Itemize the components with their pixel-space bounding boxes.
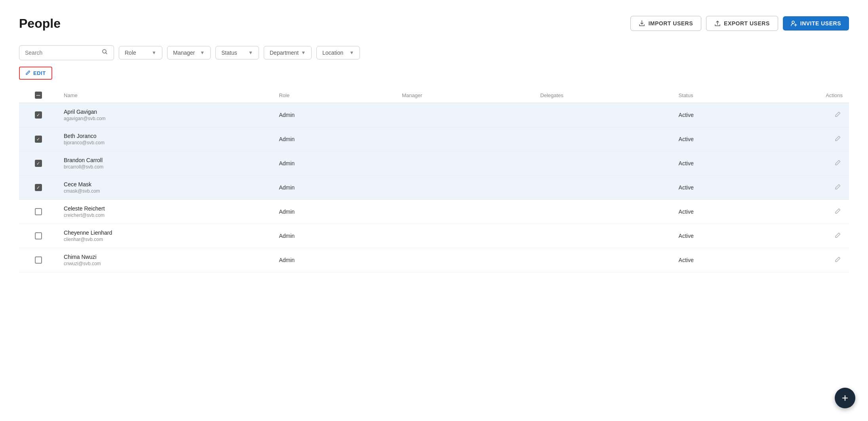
- user-role-cell: Admin: [272, 176, 396, 200]
- user-status-cell: Active: [672, 103, 772, 127]
- user-delegates-cell: [534, 200, 672, 224]
- user-name: Cece Mask: [64, 181, 266, 188]
- page-container: People IMPORT USERS EXPORT USERS: [0, 0, 868, 288]
- chevron-down-icon: ▼: [200, 50, 205, 55]
- row-checkbox[interactable]: [35, 184, 42, 191]
- user-manager-cell: [396, 176, 534, 200]
- search-input[interactable]: [25, 50, 100, 56]
- user-name-cell: Cece Mask cmask@svb.com: [57, 176, 272, 200]
- chevron-down-icon: ▼: [248, 50, 253, 55]
- import-users-button[interactable]: IMPORT USERS: [630, 16, 701, 31]
- user-name: Chima Nwuzi: [64, 254, 266, 260]
- user-name: April Gavigan: [64, 109, 266, 115]
- row-checkbox[interactable]: [35, 232, 42, 239]
- user-role-cell: Admin: [272, 224, 396, 248]
- user-name-cell: Beth Joranco bjoranco@svb.com: [57, 127, 272, 151]
- col-header-name: Name: [57, 88, 272, 103]
- department-filter[interactable]: Department ▼: [264, 46, 312, 59]
- table-row: Chima Nwuzi cnwuzi@svb.com Admin Active: [19, 248, 849, 272]
- user-status-cell: Active: [672, 151, 772, 176]
- user-status-cell: Active: [672, 176, 772, 200]
- table-row: Beth Joranco bjoranco@svb.com Admin Acti…: [19, 127, 849, 151]
- user-email: agavigan@svb.com: [64, 116, 266, 121]
- user-actions-cell: [772, 151, 849, 176]
- row-checkbox[interactable]: [35, 160, 42, 167]
- user-email: brcarroll@svb.com: [64, 164, 266, 170]
- edit-user-button[interactable]: [833, 230, 843, 241]
- user-actions-cell: [772, 103, 849, 127]
- user-actions-cell: [772, 127, 849, 151]
- table-row: Celeste Reichert creichert@svb.com Admin…: [19, 200, 849, 224]
- page-title: People: [19, 16, 61, 31]
- user-delegates-cell: [534, 224, 672, 248]
- edit-user-button[interactable]: [833, 109, 843, 121]
- user-manager-cell: [396, 151, 534, 176]
- invite-icon: [791, 20, 797, 27]
- user-email: cmask@svb.com: [64, 188, 266, 194]
- export-users-button[interactable]: EXPORT USERS: [706, 16, 778, 31]
- user-role-cell: Admin: [272, 248, 396, 272]
- table-row: Cheyenne Lienhard clienhar@svb.com Admin…: [19, 224, 849, 248]
- user-name: Beth Joranco: [64, 133, 266, 139]
- user-email: clienhar@svb.com: [64, 237, 266, 242]
- user-manager-cell: [396, 200, 534, 224]
- user-name: Brandon Carroll: [64, 157, 266, 163]
- user-delegates-cell: [534, 127, 672, 151]
- header-actions: IMPORT USERS EXPORT USERS INVITE USERS: [630, 16, 849, 31]
- user-delegates-cell: [534, 151, 672, 176]
- user-email: bjoranco@svb.com: [64, 140, 266, 145]
- user-role-cell: Admin: [272, 127, 396, 151]
- col-header-delegates: Delegates: [534, 88, 672, 103]
- manager-filter[interactable]: Manager ▼: [167, 46, 211, 59]
- row-checkbox[interactable]: [35, 111, 42, 119]
- row-checkbox[interactable]: [35, 136, 42, 143]
- role-filter[interactable]: Role ▼: [119, 46, 162, 59]
- status-filter[interactable]: Status ▼: [215, 46, 259, 59]
- user-email: cnwuzi@svb.com: [64, 261, 266, 266]
- user-status-cell: Active: [672, 224, 772, 248]
- user-name: Celeste Reichert: [64, 205, 266, 212]
- edit-user-button[interactable]: [833, 206, 843, 217]
- edit-user-button[interactable]: [833, 182, 843, 193]
- user-role-cell: Admin: [272, 151, 396, 176]
- users-table: Name Role Manager Delegates Status Actio…: [19, 88, 849, 272]
- user-actions-cell: [772, 200, 849, 224]
- user-status-cell: Active: [672, 127, 772, 151]
- row-checkbox[interactable]: [35, 256, 42, 264]
- user-manager-cell: [396, 127, 534, 151]
- filters-row: Role ▼ Manager ▼ Status ▼ Department ▼ L…: [19, 45, 849, 60]
- search-icon: [102, 49, 108, 57]
- location-filter[interactable]: Location ▼: [316, 46, 360, 59]
- user-status-cell: Active: [672, 200, 772, 224]
- col-header-manager: Manager: [396, 88, 534, 103]
- user-status-cell: Active: [672, 248, 772, 272]
- user-role-cell: Admin: [272, 200, 396, 224]
- col-header-actions: Actions: [772, 88, 849, 103]
- user-manager-cell: [396, 224, 534, 248]
- table-row: Brandon Carroll brcarroll@svb.com Admin …: [19, 151, 849, 176]
- pencil-icon: [25, 70, 31, 77]
- user-actions-cell: [772, 176, 849, 200]
- user-delegates-cell: [534, 103, 672, 127]
- user-delegates-cell: [534, 248, 672, 272]
- chevron-down-icon: ▼: [152, 50, 156, 55]
- edit-user-button[interactable]: [833, 134, 843, 145]
- edit-user-button[interactable]: [833, 158, 843, 169]
- user-email: creichert@svb.com: [64, 212, 266, 218]
- user-manager-cell: [396, 103, 534, 127]
- user-name-cell: Brandon Carroll brcarroll@svb.com: [57, 151, 272, 176]
- user-role-cell: Admin: [272, 103, 396, 127]
- export-icon: [714, 20, 721, 27]
- col-header-role: Role: [272, 88, 396, 103]
- user-name-cell: April Gavigan agavigan@svb.com: [57, 103, 272, 127]
- col-header-status: Status: [672, 88, 772, 103]
- row-checkbox[interactable]: [35, 208, 42, 215]
- user-actions-cell: [772, 224, 849, 248]
- search-box[interactable]: [19, 45, 114, 60]
- edit-bar[interactable]: EDIT: [19, 67, 52, 80]
- table-row: April Gavigan agavigan@svb.com Admin Act…: [19, 103, 849, 127]
- select-all-checkbox[interactable]: [35, 92, 42, 99]
- invite-users-button[interactable]: INVITE USERS: [783, 16, 849, 31]
- edit-user-button[interactable]: [833, 255, 843, 266]
- user-name-cell: Chima Nwuzi cnwuzi@svb.com: [57, 248, 272, 272]
